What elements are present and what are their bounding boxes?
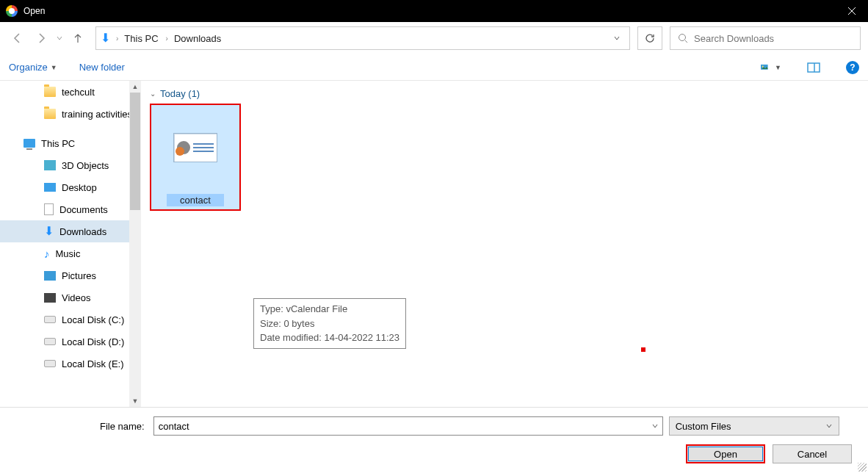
sidebar-item-disk-e[interactable]: Local Disk (E:)	[0, 353, 141, 375]
nav-row: ⬇ › This PC› Downloads	[0, 22, 868, 54]
preview-pane-button[interactable]	[803, 59, 824, 76]
search-input[interactable]	[694, 33, 853, 44]
pictures-icon	[44, 271, 56, 281]
folder-icon	[44, 87, 56, 97]
address-bar[interactable]: ⬇ › This PC› Downloads	[95, 26, 630, 50]
recent-dropdown[interactable]	[54, 28, 65, 48]
help-button[interactable]: ?	[846, 61, 859, 74]
disk-icon	[44, 360, 56, 367]
svg-point-2	[762, 65, 764, 67]
sidebar-item-pictures[interactable]: Pictures	[0, 264, 141, 286]
view-icons-button[interactable]: ▼	[761, 59, 781, 76]
chrome-icon	[6, 5, 18, 17]
scroll-thumb[interactable]	[130, 93, 140, 210]
filename-dropdown[interactable]	[648, 419, 662, 433]
sidebar-item-training[interactable]: training activities	[0, 103, 141, 125]
doc-icon	[44, 203, 54, 215]
desktop-icon	[44, 183, 56, 192]
breadcrumb-downloads[interactable]: Downloads	[174, 33, 221, 44]
sidebar-item-documents[interactable]: Documents	[0, 198, 141, 220]
sidebar-item-3d-objects[interactable]: 3D Objects	[0, 154, 141, 176]
videos-icon	[44, 293, 56, 303]
svg-point-0	[679, 35, 686, 41]
annotation-dot	[641, 347, 645, 352]
sidebar-item-disk-c[interactable]: Local Disk (C:)	[0, 308, 141, 331]
disk-icon	[44, 338, 56, 345]
filename-input-wrap[interactable]	[153, 416, 663, 436]
breadcrumb-sep: ›	[116, 35, 118, 43]
sidebar-item-downloads[interactable]: ⬇Downloads	[0, 220, 141, 242]
up-button[interactable]	[68, 28, 88, 48]
disk-icon	[44, 316, 56, 323]
contact-card-icon	[173, 133, 217, 162]
3d-icon	[44, 160, 56, 170]
cancel-button[interactable]: Cancel	[773, 444, 852, 463]
file-type-filter[interactable]: Custom Files	[669, 416, 839, 436]
chevron-down-icon: ⌄	[150, 90, 156, 98]
scroll-up-icon[interactable]: ▲	[129, 81, 141, 93]
file-pane[interactable]: ⌄Today (1) contact	[141, 81, 868, 407]
window-title: Open	[23, 6, 45, 16]
sidebar-item-techcult[interactable]: techcult	[0, 81, 141, 103]
forward-button[interactable]	[31, 28, 51, 48]
svg-rect-3	[808, 63, 820, 72]
resize-grip[interactable]	[858, 463, 867, 472]
close-button[interactable]	[835, 0, 868, 22]
sidebar-item-disk-d[interactable]: Local Disk (D:)	[0, 331, 141, 353]
search-box[interactable]	[670, 26, 861, 50]
downloads-icon: ⬇	[101, 32, 110, 44]
open-button[interactable]: Open	[686, 444, 765, 463]
search-icon	[678, 33, 688, 43]
sidebar-item-music[interactable]: ♪Music	[0, 242, 141, 264]
breadcrumb-this-pc[interactable]: This PC›	[124, 33, 168, 44]
file-tile-contact[interactable]: contact	[150, 104, 241, 211]
pc-icon	[23, 139, 35, 148]
refresh-button[interactable]	[637, 26, 662, 50]
file-label: contact	[167, 194, 224, 206]
filename-input[interactable]	[154, 421, 648, 432]
footer: File name: Custom Files Open Cancel	[0, 407, 868, 473]
new-folder-button[interactable]: New folder	[79, 62, 125, 73]
group-today[interactable]: ⌄Today (1)	[150, 88, 859, 99]
sidebar-item-this-pc[interactable]: This PC	[0, 132, 141, 154]
chevron-down-icon	[825, 422, 833, 430]
organize-button[interactable]: Organize ▼	[9, 62, 57, 73]
sidebar: techcult training activities This PC 3D …	[0, 81, 141, 407]
back-button[interactable]	[7, 28, 28, 48]
address-dropdown[interactable]	[609, 32, 625, 45]
filename-label: File name:	[100, 421, 148, 432]
scroll-down-icon[interactable]: ▼	[129, 395, 141, 407]
folder-icon	[44, 109, 56, 119]
toolbar: Organize ▼ New folder ▼ ?	[0, 54, 868, 81]
download-icon: ⬇	[44, 225, 54, 237]
sidebar-item-videos[interactable]: Videos	[0, 286, 141, 308]
music-icon: ♪	[44, 248, 50, 260]
sidebar-item-desktop[interactable]: Desktop	[0, 176, 141, 198]
sidebar-scrollbar[interactable]: ▲ ▼	[129, 81, 141, 407]
file-tooltip: Type: vCalendar File Size: 0 bytes Date …	[253, 298, 406, 349]
titlebar: Open	[0, 0, 868, 22]
